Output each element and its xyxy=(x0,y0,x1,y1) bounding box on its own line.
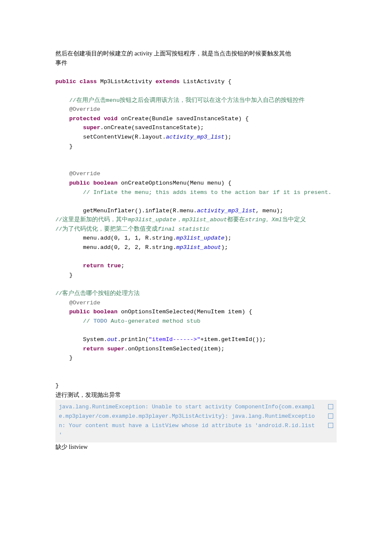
comment-3-b: mp3list_update，mp3list_about xyxy=(128,217,227,223)
string-update: mp3list_update xyxy=(176,235,225,241)
println-open: .println( xyxy=(118,336,149,343)
oncreatemenu-sig: onCreateOptionsMenu(Menu menu) { xyxy=(118,180,231,186)
code-block: public class Mp3ListActivity extends Lis… xyxy=(55,68,337,390)
comment-3-e: 当中定义 xyxy=(282,217,306,223)
square-icon xyxy=(328,404,333,409)
onoptionsitem-sig: onOptionsItemSelected(MenuItem item) { xyxy=(118,309,252,315)
menu-id: activity_mp3_list xyxy=(197,208,256,214)
square-icon xyxy=(328,423,333,428)
test-result-text: 进行测试，发现抛出异常 xyxy=(55,390,337,400)
error-line-2: e.mp3player/com.example.mp3player.Mp3Lis… xyxy=(59,412,333,421)
error-text-1: java.lang.RuntimeException: Unable to st… xyxy=(59,402,315,412)
string-literal: "itemId------>" xyxy=(149,336,201,343)
menu-add-1: menu.add(0, 1, 1, R.string. xyxy=(55,235,176,241)
super-onoptions: .onOptionsItemSelected(item); xyxy=(124,346,225,352)
comment-3-a: //这里是新加的代码，其中 xyxy=(55,217,128,223)
getmenuinflater-call: getMenuInflater().inflate(R.menu. xyxy=(55,208,197,214)
error-box: java.lang.RuntimeException: Unable to st… xyxy=(55,400,337,442)
class-name: Mp3ListActivity xyxy=(97,78,156,85)
error-text-2: e.mp3player/com.example.mp3player.Mp3Lis… xyxy=(59,412,315,421)
setcontentview-call: setContentView(R.layout. xyxy=(55,134,166,140)
string-about: mp3list_about xyxy=(176,244,221,251)
comment-todo-b: TODO xyxy=(93,318,107,324)
intro-text: 然后在创建项目的时候建立的 activity 上面写按钮程序，就是当点击按钮的时… xyxy=(55,49,337,68)
missing-listview-line: 缺少 listview xyxy=(55,444,88,450)
close-paren-4: ); xyxy=(221,244,228,251)
comment-3-d: string。Xml xyxy=(245,217,282,223)
error-text-3: n: Your content must have a ListView who… xyxy=(59,421,315,431)
oncreate-sig: onCreate(Bundle savedInstanceState) { xyxy=(118,116,249,122)
println-close: +item.getItemId()); xyxy=(200,336,266,343)
comment-inflate: // Inflate the menu; this adds items to … xyxy=(83,189,331,196)
super-class: ListActivity { xyxy=(180,78,232,85)
kw-extends: extends xyxy=(156,78,180,85)
annotation-override-2: @Override xyxy=(69,171,100,177)
error-line-4: ' xyxy=(59,431,333,440)
square-icon xyxy=(328,413,333,419)
kw-public-boolean-1: public boolean xyxy=(69,180,117,186)
annotation-override-3: @Override xyxy=(69,300,100,306)
close-paren-2: , menu); xyxy=(256,208,283,214)
comment-todo-c: Auto-generated method stub xyxy=(107,318,201,324)
comment-todo-a: // xyxy=(83,318,93,324)
error-line-3: n: Your content must have a ListView who… xyxy=(59,421,333,431)
test-result-line: 进行测试，发现抛出异常 xyxy=(55,392,121,398)
intro-line-1: 然后在创建项目的时候建立的 activity 上面写按钮程序，就是当点击按钮的时… xyxy=(55,50,291,57)
comment-4-a: //为了代码优化，要把第二个数值变成 xyxy=(55,226,158,232)
kw-return-super: return super xyxy=(83,346,124,352)
comment-3-c: 都要在 xyxy=(227,217,245,223)
missing-listview-text: 缺少 listview xyxy=(55,442,337,452)
out-field: out xyxy=(107,336,118,343)
menu-add-2: menu.add(0, 2, 2, R.string. xyxy=(55,244,176,251)
semicolon-1: ; xyxy=(121,263,124,269)
comment-4-b: final statistic xyxy=(158,226,210,232)
error-line-1: java.lang.RuntimeException: Unable to st… xyxy=(59,402,333,412)
comment-1: //在用户点击menu按钮之后会调用该方法，我们可以在这个方法当中加入自己的按钮… xyxy=(69,97,305,104)
close-paren-3: ); xyxy=(225,235,231,241)
kw-super-1: super xyxy=(83,124,101,131)
layout-id: activity_mp3_list xyxy=(166,134,225,140)
kw-public-class: public class xyxy=(55,78,97,85)
system-out: System. xyxy=(55,336,107,343)
error-text-4: ' xyxy=(59,431,62,440)
close-paren-1: ); xyxy=(225,134,231,140)
intro-line-2: 事件 xyxy=(55,60,67,66)
comment-5: //客户点击哪个按钮的处理方法 xyxy=(55,290,140,297)
kw-public-boolean-2: public boolean xyxy=(69,309,117,315)
super-oncreate: .onCreate(savedInstanceState); xyxy=(100,124,204,131)
kw-return-true: return true xyxy=(83,263,121,269)
kw-protected-void: protected void xyxy=(69,116,117,122)
annotation-override-1: @Override xyxy=(69,106,100,113)
